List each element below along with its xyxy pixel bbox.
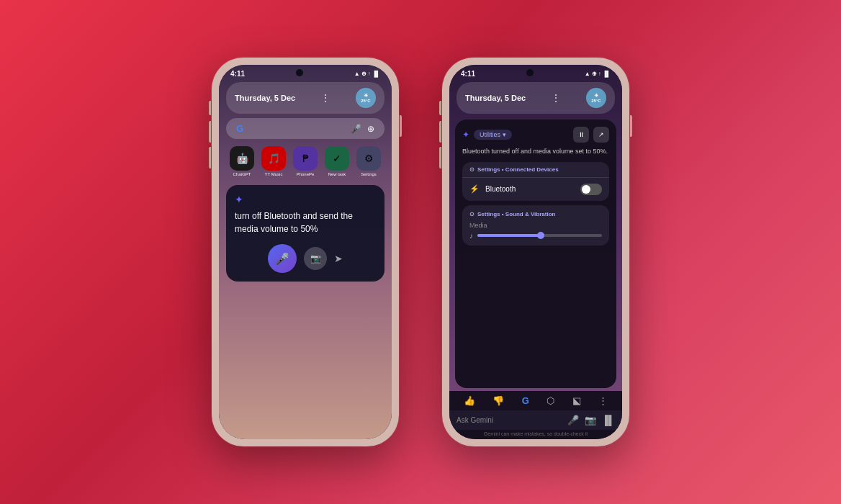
settings-dot-icon: ⊙ (469, 166, 475, 173)
phones-container: 4:11 ▲ ⊕ ↑ ▐▌ Thursday, 5 Dec ⋮ ☀ 25 (212, 58, 629, 446)
connected-devices-label: Settings • Connected Devices (477, 166, 559, 173)
share-button[interactable]: ⬡ (547, 395, 554, 406)
connected-devices-header: ⊙ Settings • Connected Devices (462, 162, 609, 178)
settings-icon: ⚙ (356, 146, 381, 171)
ask-gemini-input[interactable]: Ask Gemini (457, 416, 562, 424)
time-left: 4:11 (230, 70, 245, 78)
bluetooth-toggle[interactable] (580, 184, 602, 195)
gemini-send-button[interactable]: ➤ (334, 253, 343, 264)
camera-cutout-left (296, 69, 303, 76)
external-link-button[interactable]: ↗ (593, 127, 609, 143)
app-settings[interactable]: ⚙ Settings (356, 146, 381, 176)
date-widget-right[interactable]: Thursday, 5 Dec ⋮ ☀ 25°C (457, 82, 615, 114)
bluetooth-row[interactable]: ⚡ Bluetooth (462, 178, 609, 201)
sound-settings-dot-icon: ⊙ (469, 211, 475, 217)
camera-cutout-right (526, 69, 534, 76)
date-menu-left[interactable]: ⋮ (321, 93, 330, 103)
mic-search-icon[interactable]: 🎤 (351, 124, 361, 134)
google-g-left: G (236, 123, 243, 134)
date-label-left: Thursday, 5 Dec (235, 94, 295, 102)
phone-left: 4:11 ▲ ⊕ ↑ ▐▌ Thursday, 5 Dec ⋮ ☀ 25 (212, 58, 399, 446)
phonepe-label: PhonePe (297, 172, 315, 176)
app-chatgpt[interactable]: 🤖 ChatGPT (230, 146, 254, 176)
panel-controls: ⏸ ↗ (573, 127, 609, 143)
status-bar-left: 4:11 ▲ ⊕ ↑ ▐▌ (219, 65, 392, 79)
gemini-controls: 🎤 📷 ➤ (235, 244, 376, 273)
toggle-thumb (582, 185, 590, 194)
chatgpt-label: ChatGPT (233, 172, 251, 176)
date-menu-right[interactable]: ⋮ (552, 93, 560, 103)
bluetooth-label: Bluetooth (485, 185, 575, 193)
copy-button[interactable]: ⬕ (572, 395, 581, 406)
search-bar-left[interactable]: G 🎤 ⊕ (226, 118, 384, 139)
bluetooth-icon: ⚡ (469, 184, 480, 194)
utilities-label: Utilities (480, 131, 500, 138)
pause-button[interactable]: ⏸ (573, 127, 589, 143)
ask-mic-icon[interactable]: 🎤 (567, 415, 579, 426)
ytmusic-icon: 🎵 (261, 146, 286, 171)
panel-description: Bluetooth turned off and media volume se… (462, 147, 609, 156)
gemini-overlay-left: ✦ turn off Bluetooth and send the media … (226, 185, 384, 282)
ask-camera-icon[interactable]: 📷 (585, 415, 596, 426)
gemini-disclaimer: Gemini can make mistakes, so double-chec… (449, 430, 622, 439)
newtask-label: New task (328, 172, 346, 176)
app-phonepe[interactable]: ₱ PhonePe (293, 146, 318, 176)
ask-gemini-bar: Ask Gemini 🎤 📷 ▐▌ (449, 410, 622, 430)
connected-devices-section: ⊙ Settings • Connected Devices ⚡ Bluetoo… (462, 162, 609, 201)
volume-fill (477, 234, 540, 237)
search-icons-left: 🎤 ⊕ (351, 124, 374, 134)
gemini-panel-header: ✦ Utilities ▾ ⏸ ↗ (462, 127, 609, 143)
app-newtask[interactable]: ✓ New task (325, 146, 349, 176)
lens-search-icon[interactable]: ⊕ (367, 124, 374, 134)
settings-label: Settings (361, 172, 377, 176)
status-icons-left: ▲ ⊕ ↑ ▐▌ (354, 71, 380, 77)
thumbs-down-button[interactable]: 👎 (493, 395, 504, 406)
google-g-toolbar[interactable]: G (522, 395, 529, 406)
chatgpt-icon: 🤖 (230, 146, 254, 171)
more-options-button[interactable]: ⋮ (598, 395, 608, 406)
ask-bars-icon[interactable]: ▐▌ (602, 415, 615, 426)
status-icons-right: ▲ ⊕ ↑ ▐▌ (585, 71, 611, 77)
utilities-badge[interactable]: Utilities ▾ (474, 130, 512, 140)
sound-header-label: Settings • Sound & Vibration (477, 211, 555, 217)
app-ytmusic[interactable]: 🎵 YT Music (261, 146, 286, 176)
weather-badge-left: ☀ 25°C (356, 88, 376, 108)
gemini-star-icon: ✦ (235, 194, 376, 205)
phonepe-icon: ₱ (293, 146, 318, 171)
app-grid-left: 🤖 ChatGPT 🎵 YT Music ₱ PhonePe ✓ New tas… (219, 143, 392, 179)
time-right: 4:11 (461, 70, 475, 78)
gemini-camera-button[interactable]: 📷 (304, 247, 327, 270)
media-volume-row: ♪ (469, 232, 602, 240)
bottom-toolbar: 👍 👎 G ⬡ ⬕ ⋮ (449, 391, 622, 410)
gemini-mic-button[interactable]: 🎤 (268, 244, 297, 273)
weather-badge-right: ☀ 25°C (586, 88, 606, 108)
newtask-icon: ✓ (325, 146, 349, 171)
date-widget-left[interactable]: Thursday, 5 Dec ⋮ ☀ 25°C (226, 82, 384, 114)
media-label: Media (469, 222, 602, 229)
gemini-prompt-text: turn off Bluetooth and send the media vo… (235, 210, 376, 235)
gemini-panel-star-icon: ✦ (462, 130, 469, 140)
phone-right: 4:11 ▲ ⊕ ↑ ▐▌ Thursday, 5 Dec ⋮ ☀ 25 (442, 58, 629, 446)
sound-header: ⊙ Settings • Sound & Vibration (469, 211, 602, 217)
volume-slider[interactable] (477, 234, 602, 237)
ytmusic-label: YT Music (265, 172, 283, 176)
gemini-panel-right: ✦ Utilities ▾ ⏸ ↗ Bluetooth turned off a… (455, 120, 616, 388)
sound-section: ⊙ Settings • Sound & Vibration Media ♪ (462, 205, 609, 246)
dropdown-icon: ▾ (503, 131, 506, 138)
thumbs-up-button[interactable]: 👍 (464, 395, 475, 406)
music-note-icon: ♪ (469, 232, 473, 240)
status-bar-right: 4:11 ▲ ⊕ ↑ ▐▌ (449, 65, 622, 79)
volume-thumb[interactable] (537, 232, 544, 239)
date-label-right: Thursday, 5 Dec (465, 94, 526, 102)
